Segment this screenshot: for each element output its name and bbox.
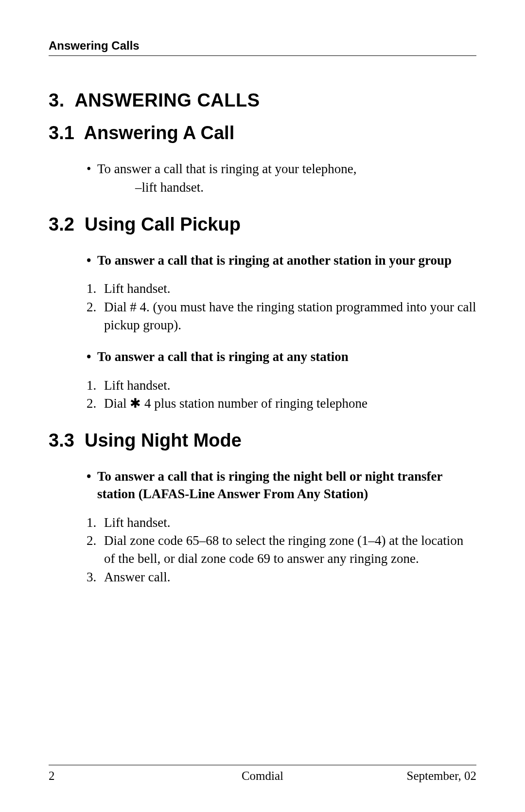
bullet-block-3-3: • To answer a call that is ringing the n… [49, 468, 476, 503]
step-text: Lift handset. [104, 377, 476, 395]
step-number: 1. [87, 377, 104, 395]
footer-center: Comdial [49, 769, 476, 783]
bullet-item: • To answer a call that is ringing at an… [87, 348, 476, 365]
section-title: Using Call Pickup [85, 214, 241, 235]
step-number: 2. [87, 298, 104, 335]
bullet-item: • To answer a call that is ringing at yo… [87, 160, 476, 178]
bullet-block-3-2-any: • To answer a call that is ringing at an… [49, 348, 476, 365]
numbered-steps-3-3: 1. Lift handset. 2. Dial zone code 65–68… [49, 514, 476, 586]
bullet-subtext: –lift handset. [87, 179, 476, 196]
step-item: 3. Answer call. [87, 568, 476, 586]
section-number: 3.2 [49, 214, 74, 235]
bullet-text: To answer a call that is ringing the nig… [97, 468, 476, 503]
step-number: 1. [87, 280, 104, 298]
chapter-number: 3. [49, 90, 65, 110]
step-text: Lift handset. [104, 514, 476, 532]
page: Answering Calls 3. ANSWERING CALLS 3.1 A… [0, 0, 525, 812]
section-title: Answering A Call [84, 123, 235, 143]
bullet-dot-icon: • [87, 252, 97, 269]
section-heading-3-1: 3.1 Answering A Call [49, 123, 476, 144]
bullet-block-3-1: • To answer a call that is ringing at yo… [49, 160, 476, 197]
section-number: 3.3 [49, 430, 74, 451]
section-number: 3.1 [49, 123, 74, 143]
chapter-heading: 3. ANSWERING CALLS [49, 90, 476, 111]
running-header: Answering Calls [49, 39, 476, 56]
section-heading-3-3: 3.3 Using Night Mode [49, 430, 476, 451]
numbered-steps-3-2-any: 1. Lift handset. 2. Dial ✱ 4 plus statio… [49, 377, 476, 413]
step-item: 1. Lift handset. [87, 377, 476, 395]
step-text: Dial ✱ 4 plus station number of ringing … [104, 395, 476, 413]
step-number: 2. [87, 532, 104, 568]
step-item: 1. Lift handset. [87, 280, 476, 298]
step-item: 2. Dial zone code 65–68 to select the ri… [87, 532, 476, 568]
step-item: 2. Dial # 4. (you must have the ringing … [87, 298, 476, 335]
bullet-dot-icon: • [87, 348, 97, 365]
step-text: Dial # 4. (you must have the ringing sta… [104, 298, 476, 335]
numbered-steps-3-2-group: 1. Lift handset. 2. Dial # 4. (you must … [49, 280, 476, 334]
step-number: 2. [87, 395, 104, 413]
step-text: Lift handset. [104, 280, 476, 298]
page-footer: 2 Comdial September, 02 [49, 765, 476, 783]
step-number: 3. [87, 568, 104, 586]
bullet-item: • To answer a call that is ringing at an… [87, 252, 476, 269]
bullet-dot-icon: • [87, 160, 97, 178]
bullet-block-3-2-group: • To answer a call that is ringing at an… [49, 252, 476, 269]
section-heading-3-2: 3.2 Using Call Pickup [49, 214, 476, 235]
chapter-title: ANSWERING CALLS [74, 90, 260, 110]
bullet-item: • To answer a call that is ringing the n… [87, 468, 476, 503]
bullet-text: To answer a call that is ringing at anot… [97, 252, 476, 269]
step-text: Dial zone code 65–68 to select the ringi… [104, 532, 476, 568]
bullet-text: To answer a call that is ringing at your… [97, 160, 476, 178]
step-item: 2. Dial ✱ 4 plus station number of ringi… [87, 395, 476, 413]
step-number: 1. [87, 514, 104, 532]
bullet-dot-icon: • [87, 468, 97, 485]
step-text: Answer call. [104, 568, 476, 586]
step-item: 1. Lift handset. [87, 514, 476, 532]
bullet-text: To answer a call that is ringing at any … [97, 348, 476, 365]
section-title: Using Night Mode [85, 430, 242, 451]
